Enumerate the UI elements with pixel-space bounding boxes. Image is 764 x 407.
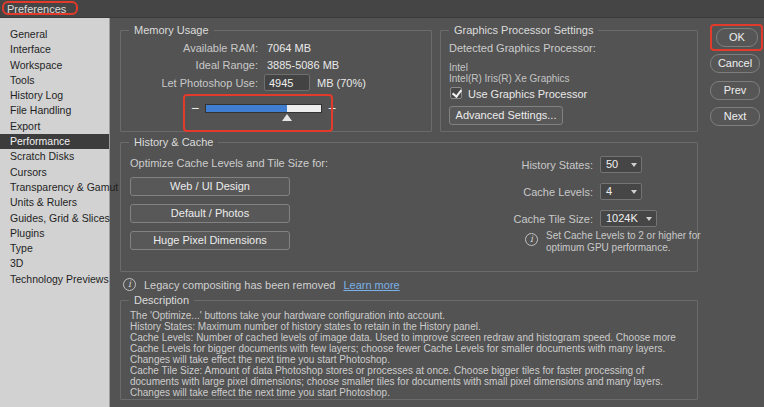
annotation-memory-slider: [183, 94, 333, 132]
cancel-button[interactable]: Cancel: [710, 54, 760, 73]
description-section: Description The 'Optimize...' buttons ta…: [120, 300, 698, 400]
available-ram-label: Available RAM:: [126, 42, 258, 54]
description-line: Cache Levels: Number of cached levels of…: [130, 332, 690, 365]
ideal-range-value: 3885-5086 MB: [267, 59, 339, 71]
prev-button[interactable]: Prev: [710, 81, 760, 100]
sidebar-item-technology-previews[interactable]: Technology Previews: [0, 272, 109, 287]
section-title-description: Description: [129, 293, 194, 308]
cache-levels-label: Cache Levels:: [393, 186, 593, 198]
ok-button[interactable]: OK: [716, 28, 758, 47]
graphics-processor-section: Graphics Processor Settings Detected Gra…: [440, 30, 698, 132]
sidebar-item-cursors[interactable]: Cursors: [0, 165, 109, 180]
memory-amount-input[interactable]: [264, 74, 310, 91]
preset-default-photos-button[interactable]: Default / Photos: [130, 204, 290, 223]
preferences-dialog: Preferences General Interface Workspace …: [0, 0, 764, 407]
cache-levels-value: 4: [606, 185, 612, 197]
sidebar-item-3d[interactable]: 3D: [0, 256, 109, 271]
section-title-graphics-processor: Graphics Processor Settings: [449, 23, 598, 38]
sidebar-item-plugins[interactable]: Plugins: [0, 226, 109, 241]
cache-tile-size-value: 1024K: [606, 212, 638, 224]
sidebar-item-guides-grid-slices[interactable]: Guides, Grid & Slices: [0, 211, 109, 226]
section-title-history-cache: History & Cache: [129, 135, 218, 150]
history-states-value: 50: [606, 158, 618, 170]
next-button[interactable]: Next: [710, 107, 760, 126]
legacy-note: i Legacy compositing has been removed Le…: [123, 278, 400, 291]
optimize-label: Optimize Cache Levels and Tile Size for:: [130, 157, 328, 169]
preset-web-ui-design-button[interactable]: Web / UI Design: [130, 177, 290, 196]
memory-slider-thumb[interactable]: [282, 114, 292, 121]
sidebar: General Interface Workspace Tools Histor…: [0, 18, 110, 407]
info-icon: i: [123, 278, 136, 291]
advanced-settings-button[interactable]: Advanced Settings...: [449, 106, 563, 125]
cache-tile-size-dropdown[interactable]: 1024K: [600, 210, 657, 227]
detected-gpu-label: Detected Graphics Processor:: [449, 42, 596, 54]
legacy-text: Legacy compositing has been removed: [144, 279, 335, 291]
cache-levels-dropdown[interactable]: 4: [600, 183, 642, 200]
sidebar-item-file-handling[interactable]: File Handling: [0, 103, 109, 118]
sidebar-item-tools[interactable]: Tools: [0, 73, 109, 88]
description-line: History States: Maximum number of histor…: [130, 321, 690, 332]
memory-amount-suffix: MB (70%): [317, 77, 366, 89]
info-icon: i: [525, 233, 538, 246]
sidebar-item-general[interactable]: General: [0, 27, 109, 42]
description-line: Cache Tile Size: Amount of data Photosho…: [130, 365, 690, 398]
chevron-down-icon: [646, 217, 652, 221]
history-states-label: History States:: [393, 159, 593, 171]
learn-more-link[interactable]: Learn more: [343, 279, 399, 291]
sidebar-item-interface[interactable]: Interface: [0, 42, 109, 57]
sidebar-item-performance[interactable]: Performance: [0, 134, 109, 149]
chevron-down-icon: [631, 190, 637, 194]
window-title: Preferences: [7, 3, 66, 15]
sidebar-item-export[interactable]: Export: [0, 119, 109, 134]
memory-slider-fill: [206, 105, 287, 112]
sidebar-item-type[interactable]: Type: [0, 241, 109, 256]
history-states-dropdown[interactable]: 50: [600, 156, 642, 173]
sidebar-item-units-rulers[interactable]: Units & Rulers: [0, 195, 109, 210]
gpu-vendor: Intel: [449, 62, 468, 73]
sidebar-item-scratch-disks[interactable]: Scratch Disks: [0, 149, 109, 164]
use-gpu-checkbox[interactable]: [450, 87, 462, 99]
history-cache-section: History & Cache Optimize Cache Levels an…: [120, 142, 698, 272]
memory-slider-track[interactable]: [205, 104, 322, 113]
titlebar[interactable]: Preferences: [0, 0, 764, 18]
memory-usage-section: Memory Usage Available RAM: 7064 MB Idea…: [120, 30, 432, 132]
gpu-model: Intel(R) Iris(R) Xe Graphics: [449, 73, 570, 84]
sidebar-item-history-log[interactable]: History Log: [0, 88, 109, 103]
slider-increase-button[interactable]: +: [326, 100, 338, 116]
cache-tile-size-label: Cache Tile Size:: [393, 213, 593, 225]
let-photoshop-use-label: Let Photoshop Use:: [126, 77, 258, 89]
section-title-memory-usage: Memory Usage: [129, 23, 214, 38]
available-ram-value: 7064 MB: [267, 42, 311, 54]
gpu-tip-text: Set Cache Levels to 2 or higher for opti…: [546, 230, 726, 253]
use-gpu-label: Use Graphics Processor: [468, 88, 587, 100]
slider-decrease-button[interactable]: −: [189, 100, 201, 116]
description-line: The 'Optimize...' buttons take your hard…: [130, 310, 690, 321]
sidebar-item-workspace[interactable]: Workspace: [0, 58, 109, 73]
sidebar-item-transparency-gamut[interactable]: Transparency & Gamut: [0, 180, 109, 195]
chevron-down-icon: [631, 163, 637, 167]
checkmark-icon: [452, 87, 462, 98]
preset-huge-pixel-dimensions-button[interactable]: Huge Pixel Dimensions: [130, 231, 290, 250]
ideal-range-label: Ideal Range:: [126, 59, 258, 71]
